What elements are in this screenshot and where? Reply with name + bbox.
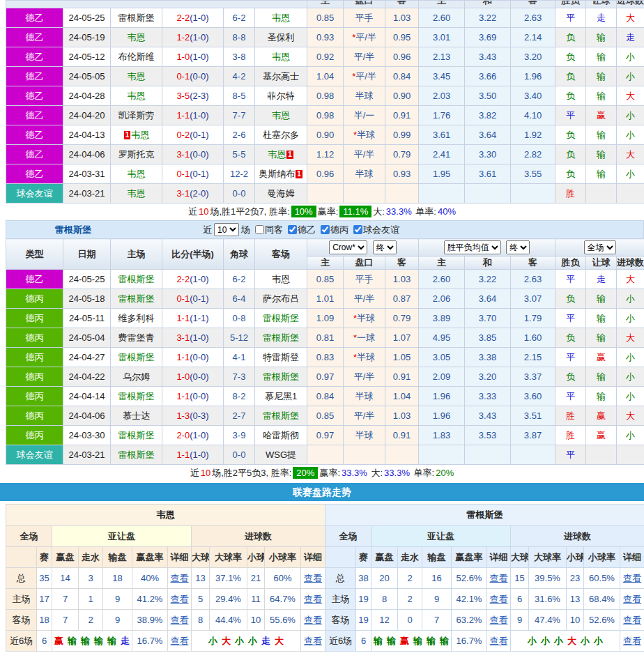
summary-part: 单率: bbox=[413, 206, 436, 217]
home-cell: 韦恩 bbox=[111, 67, 162, 86]
stats-value: 9 bbox=[103, 610, 132, 631]
near-count-select[interactable]: 10 bbox=[214, 223, 239, 236]
group-goals: 进球数 bbox=[511, 526, 644, 547]
score-halftime: (1-0) bbox=[190, 332, 208, 343]
stats-col-header: 详细 bbox=[487, 547, 511, 568]
eu-home-odds: 2.09 bbox=[419, 367, 465, 387]
trend-item: 输 bbox=[68, 636, 77, 646]
col-result-goals: 进球数 bbox=[617, 256, 644, 270]
match-row: 德乙24-04-131韦恩0-2(0-1)2-6杜塞尔多0.90*半球0.993… bbox=[6, 125, 644, 145]
eu-home-odds: 3.45 bbox=[419, 67, 465, 86]
result-handicap: 赢 bbox=[586, 348, 617, 367]
score-fulltime: 3-1 bbox=[176, 188, 190, 199]
match-date: 24-04-20 bbox=[63, 106, 111, 125]
score-halftime: (1-0) bbox=[190, 450, 208, 460]
handicap-text: 半球 bbox=[355, 430, 374, 440]
corner-cell: 6-2 bbox=[224, 8, 255, 28]
result-handicap bbox=[586, 184, 617, 203]
view-link[interactable]: 查看 bbox=[623, 573, 641, 583]
match-row: 德乙24-05-05韦恩0-1(0-0)4-2基尔高士1.04*平/半0.843… bbox=[6, 67, 644, 86]
result-wdl: 胜 bbox=[555, 184, 586, 203]
view-link[interactable]: 查看 bbox=[623, 636, 641, 646]
view-link[interactable]: 查看 bbox=[623, 594, 641, 604]
stats-col-header: 输盘 bbox=[422, 547, 452, 568]
stats-col-header: 大球率 bbox=[210, 547, 247, 568]
ah-home-odds bbox=[307, 445, 344, 465]
ah-home-odds: 0.81 bbox=[307, 328, 344, 348]
stats-col-header bbox=[6, 547, 37, 568]
ah-home-odds: 0.98 bbox=[307, 106, 344, 125]
view-link[interactable]: 查看 bbox=[171, 573, 189, 583]
ah-home-odds: 0.96 bbox=[307, 164, 344, 184]
home-cell: 雷根斯堡 bbox=[111, 387, 162, 406]
result-wdl: 平 bbox=[555, 309, 586, 328]
clipped-header-row: 主 盘口 客 主 和 客 胜负 让球 进球数 bbox=[6, 1, 644, 8]
eu-away-odds: 2.15 bbox=[511, 348, 555, 367]
view-link[interactable]: 查看 bbox=[171, 636, 189, 646]
stats-value: 7 bbox=[52, 610, 79, 631]
view-link[interactable]: 查看 bbox=[304, 615, 322, 625]
view-link[interactable]: 查看 bbox=[490, 573, 508, 583]
ah-home-odds: 0.85 bbox=[307, 270, 344, 289]
corner-cell: 7-7 bbox=[224, 106, 255, 125]
view-link[interactable]: 查看 bbox=[623, 615, 641, 625]
score-fulltime: 1-0 bbox=[176, 371, 190, 382]
league-cell: 德乙 bbox=[6, 164, 63, 184]
odds-time-select[interactable]: 终 bbox=[373, 240, 397, 254]
result-goals: 大 bbox=[617, 86, 644, 106]
score-fulltime: 0-2 bbox=[176, 130, 190, 140]
ah-away-odds: 1.03 bbox=[385, 406, 419, 426]
detail-cell: 查看 bbox=[301, 589, 325, 610]
filter-checkbox-input[interactable] bbox=[255, 225, 264, 234]
score-fulltime: 1-1 bbox=[176, 450, 190, 460]
match-date: 24-04-06 bbox=[63, 406, 111, 426]
home-team: 慕士达 bbox=[123, 410, 150, 421]
view-link[interactable]: 查看 bbox=[171, 615, 189, 625]
view-link[interactable]: 查看 bbox=[304, 594, 322, 604]
detail-cell: 查看 bbox=[301, 631, 325, 652]
col-ah-home: 主 bbox=[307, 1, 344, 8]
eu-draw-odds: 3.61 bbox=[465, 164, 511, 184]
score-fulltime: 1-1 bbox=[176, 391, 190, 401]
col-home: 主场 bbox=[111, 239, 162, 270]
scope-select[interactable]: 全场 bbox=[584, 240, 616, 254]
view-link[interactable]: 查看 bbox=[490, 615, 508, 625]
result-wdl: 负 bbox=[555, 145, 586, 164]
group-asian-handicap: 亚让盘 bbox=[371, 526, 511, 547]
result-goals: 大 bbox=[617, 328, 644, 348]
ah-away-odds: 1.05 bbox=[385, 348, 419, 367]
filter-checkbox-input[interactable] bbox=[353, 225, 362, 234]
odds-source-select[interactable]: Crow* bbox=[329, 240, 367, 254]
eu-away-odds: 1.92 bbox=[511, 125, 555, 145]
view-link[interactable]: 查看 bbox=[171, 594, 189, 604]
match-date: 24-05-19 bbox=[63, 28, 111, 47]
stats-row-label: 总 bbox=[325, 568, 356, 589]
handicap-text: 半球 bbox=[355, 391, 374, 401]
corner-cell: 0-0 bbox=[224, 445, 255, 465]
view-link[interactable]: 查看 bbox=[304, 636, 322, 646]
eu-draw-odds: 3.38 bbox=[465, 348, 511, 367]
eu-draw-odds: 3.82 bbox=[465, 106, 511, 125]
eu-draw-odds: 3.66 bbox=[465, 67, 511, 86]
match-date: 24-03-31 bbox=[63, 164, 111, 184]
result-handicap: 输 bbox=[586, 86, 617, 106]
filter-checkbox-input[interactable] bbox=[288, 225, 297, 234]
view-link[interactable]: 查看 bbox=[304, 573, 322, 583]
trend-item: 大 bbox=[222, 636, 231, 646]
view-link[interactable]: 查看 bbox=[490, 594, 508, 604]
result-goals: 小 bbox=[617, 309, 644, 328]
handicap-text: 半球 bbox=[355, 91, 374, 101]
view-link[interactable]: 查看 bbox=[490, 636, 508, 646]
score-halftime: (0-1) bbox=[190, 293, 208, 304]
col-score: 比分(半场) bbox=[162, 239, 224, 270]
europe-time-select[interactable]: 终 bbox=[506, 240, 530, 254]
stats-value: 9 bbox=[511, 610, 529, 631]
score-cell: 3-5(2-3) bbox=[162, 86, 224, 106]
away-team: 基尔高士 bbox=[263, 71, 299, 82]
match-date: 24-05-18 bbox=[63, 289, 111, 309]
europe-select[interactable]: 胜平负均值 bbox=[444, 240, 501, 254]
handicap-cell: 平手 bbox=[344, 8, 385, 28]
score-halftime: (2-0) bbox=[190, 188, 208, 199]
filter-checkbox-input[interactable] bbox=[321, 225, 330, 234]
home-team: 雷根斯堡 bbox=[118, 430, 155, 440]
